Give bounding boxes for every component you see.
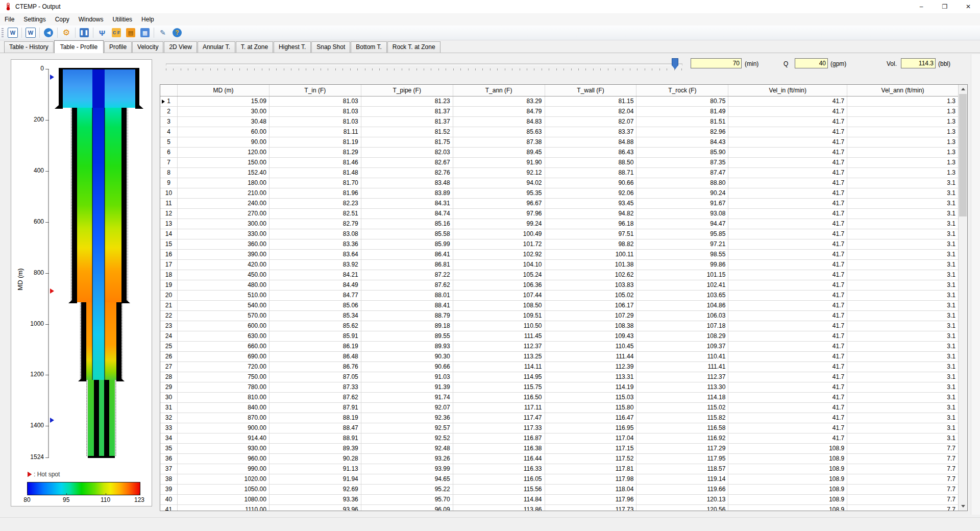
colorbar-tick-label: 80 xyxy=(19,496,35,503)
menu-item[interactable]: Settings xyxy=(19,14,50,25)
table-row[interactable]: 16 390.0083.64 86.41102.92 100.1198.55 4… xyxy=(160,250,958,260)
table-row[interactable]: 24 630.0085.91 89.55111.45 109.43108.29 … xyxy=(160,331,958,342)
table-row[interactable]: 30 810.0087.62 91.74116.50 115.03114.18 … xyxy=(160,393,958,403)
settings-gear-icon[interactable]: ⚙ xyxy=(60,27,73,39)
tab[interactable]: Table - History xyxy=(4,41,54,53)
table-row[interactable]: 21 540.0085.06 88.41108.50 106.17104.86 … xyxy=(160,301,958,311)
table-row[interactable]: 1 15.0981.03 81.2383.29 81.1580.75 41.71… xyxy=(160,96,958,107)
table-row[interactable]: 20 510.0084.77 88.01107.44 105.02103.65 … xyxy=(160,291,958,301)
tab[interactable]: Profile xyxy=(104,41,132,53)
movie-icon[interactable]: ❚❚ xyxy=(78,27,91,39)
tab[interactable]: Bottom T. xyxy=(351,41,386,53)
column-header[interactable]: Vel_in (ft/min) xyxy=(728,85,847,96)
table-row[interactable]: 11 240.0082.23 84.3196.67 93.4591.67 41.… xyxy=(160,199,958,209)
row-number-cell: 27 xyxy=(160,362,178,372)
time-slider-thumb[interactable] xyxy=(672,58,678,69)
time-field[interactable] xyxy=(691,58,742,68)
export-report-word-icon[interactable]: W xyxy=(6,27,19,39)
table-row[interactable]: 6 120.0081.29 82.0389.45 86.4385.90 41.7… xyxy=(160,148,958,158)
time-slider-track[interactable] xyxy=(166,63,682,66)
column-header[interactable]: T_pipe (F) xyxy=(361,85,453,96)
table-row[interactable]: 7 150.0081.46 82.6791.90 88.5087.35 41.7… xyxy=(160,158,958,168)
table-row[interactable]: 31 840.0087.91 92.07117.11 115.80115.02 … xyxy=(160,403,958,413)
table-row[interactable]: 10 210.0081.96 83.8995.35 92.0690.24 41.… xyxy=(160,188,958,199)
tab[interactable]: Rock T. at Zone xyxy=(387,41,440,53)
wellbore-icon[interactable]: Ψ xyxy=(95,27,109,39)
column-header[interactable]: T_ann (F) xyxy=(453,85,545,96)
table-row[interactable]: 26 690.0086.48 90.30113.25 111.44110.41 … xyxy=(160,352,958,362)
table-row[interactable]: 27 720.0086.76 90.66114.11 112.39111.41 … xyxy=(160,362,958,372)
column-header[interactable]: T_in (F) xyxy=(270,85,361,96)
table-row[interactable]: 13 300.0082.79 85.1699.24 96.1894.47 41.… xyxy=(160,219,958,229)
tab[interactable]: Highest T. xyxy=(274,41,311,53)
table-row[interactable]: 36 960.0090.28 93.26116.44 117.52117.95 … xyxy=(160,454,958,464)
tab[interactable]: Table - Profile xyxy=(54,40,104,53)
table-row[interactable]: 8 152.4081.48 82.7692.12 88.7187.47 41.7… xyxy=(160,168,958,178)
help-icon[interactable]: ? xyxy=(170,27,184,39)
close-button[interactable]: ✕ xyxy=(957,0,980,13)
table-row[interactable]: 41 1110.0093.96 96.09113.86 117.73120.56… xyxy=(160,505,958,511)
table-row[interactable]: 15 360.0083.36 85.99101.72 98.8297.21 41… xyxy=(160,239,958,250)
tab[interactable]: T. at Zone xyxy=(236,41,273,53)
column-header[interactable]: MD (m) xyxy=(178,85,270,96)
table-row[interactable]: 34 914.4088.91 92.52116.87 117.04116.92 … xyxy=(160,433,958,444)
row-number-cell: 11 xyxy=(160,199,178,209)
table-row[interactable]: 17 420.0083.92 86.81104.10 101.3899.86 4… xyxy=(160,260,958,270)
scroll-up-button[interactable] xyxy=(959,85,967,93)
column-header[interactable]: T_wall (F) xyxy=(545,85,637,96)
window-scroll-strip[interactable] xyxy=(971,54,980,515)
hot-spot-legend-icon xyxy=(28,472,32,477)
menu-item[interactable]: Utilities xyxy=(108,14,137,25)
table-row[interactable]: 38 1020.0091.94 94.65116.05 117.98119.14… xyxy=(160,474,958,485)
table-row[interactable]: 33 900.0088.47 92.57117.33 116.95116.58 … xyxy=(160,423,958,433)
table-row[interactable]: 29 780.0087.33 91.39115.75 114.19113.30 … xyxy=(160,382,958,393)
table-scrollbar[interactable] xyxy=(958,85,967,511)
menu-item[interactable]: Copy xyxy=(51,14,74,25)
unit-converter-icon[interactable]: C F xyxy=(110,27,123,39)
table-row[interactable]: 19 480.0084.49 87.62106.36 103.83102.41 … xyxy=(160,280,958,291)
thermometer-icon xyxy=(4,3,12,11)
table-row[interactable]: 25 660.0086.19 89.93112.37 110.45109.37 … xyxy=(160,342,958,352)
table-row[interactable]: 35 930.0089.39 92.48116.38 117.15117.29 … xyxy=(160,444,958,454)
menu-item[interactable]: File xyxy=(0,14,19,25)
ruler-icon[interactable]: ▤ xyxy=(124,27,137,39)
table-row[interactable]: 3 30.4881.03 81.3784.83 82.0781.51 41.71… xyxy=(160,117,958,127)
tab[interactable]: 2D View xyxy=(164,41,197,53)
table-row[interactable]: 12 270.0082.51 84.7497.96 94.8293.08 41.… xyxy=(160,209,958,219)
table-row[interactable]: 9 180.0081.70 83.4894.02 90.6688.80 41.7… xyxy=(160,178,958,188)
table-row[interactable]: 18 450.0084.21 87.22105.24 102.62101.15 … xyxy=(160,270,958,280)
calculator-icon[interactable]: ▦ xyxy=(138,27,152,39)
menu-item[interactable]: Windows xyxy=(74,14,108,25)
table-row[interactable]: 4 60.0081.11 81.5285.63 83.3782.96 41.71… xyxy=(160,127,958,137)
tab[interactable]: Annular T. xyxy=(198,41,235,53)
table-row[interactable]: 5 90.0081.19 81.7587.38 84.8884.43 41.71… xyxy=(160,137,958,148)
scroll-down-icon xyxy=(961,505,965,508)
tab[interactable]: Snap Shot xyxy=(311,41,350,53)
export-table-word-icon[interactable]: W xyxy=(24,27,37,39)
row-number-cell: 18 xyxy=(160,270,178,280)
column-header[interactable]: T_rock (F) xyxy=(636,85,728,96)
tab[interactable]: Velocity xyxy=(132,41,163,53)
volume-field[interactable] xyxy=(901,58,936,68)
scrollbar-thumb[interactable] xyxy=(959,94,967,216)
table-row[interactable]: 23 600.0085.62 89.18110.50 108.38107.18 … xyxy=(160,321,958,331)
table-row[interactable]: 37 990.0091.13 93.99116.33 117.81118.57 … xyxy=(160,464,958,474)
flow-rate-field[interactable] xyxy=(795,58,828,68)
maximize-button[interactable]: ❐ xyxy=(933,0,957,13)
table-row[interactable]: 14 330.0083.08 85.58100.49 97.5195.85 41… xyxy=(160,229,958,239)
table-row[interactable]: 39 1050.0092.69 95.22115.56 118.04119.66… xyxy=(160,485,958,495)
table-row[interactable]: 40 1080.0093.36 95.70114.84 117.96120.13… xyxy=(160,495,958,505)
scroll-down-button[interactable] xyxy=(959,502,967,511)
column-header[interactable] xyxy=(160,85,178,96)
title-bar: CTEMP - Output – ❐ ✕ xyxy=(0,0,980,14)
row-number-cell: 26 xyxy=(160,352,178,362)
menu-item[interactable]: Help xyxy=(137,14,159,25)
table-row[interactable]: 2 30.0081.03 81.3784.79 82.0481.49 41.71… xyxy=(160,107,958,117)
table-row[interactable]: 22 570.0085.34 88.79109.51 107.29106.03 … xyxy=(160,311,958,321)
minimize-button[interactable]: – xyxy=(910,0,933,13)
notes-icon[interactable]: ✎ xyxy=(156,27,169,39)
playback-icon[interactable]: ◀ xyxy=(42,27,55,39)
table-row[interactable]: 32 870.0088.19 92.36117.47 116.47115.82 … xyxy=(160,413,958,423)
column-header[interactable]: Vel_ann (ft/min) xyxy=(847,85,958,96)
table-row[interactable]: 28 750.0087.05 91.03114.95 113.31112.37 … xyxy=(160,372,958,382)
